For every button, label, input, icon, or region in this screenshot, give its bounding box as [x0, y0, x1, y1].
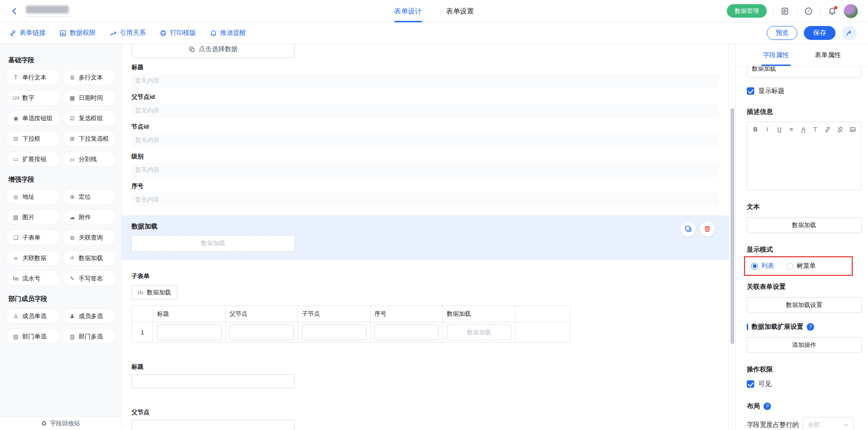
dropdown-multi-icon: ⊞	[68, 136, 77, 142]
tab-field-properties[interactable]: 字段属性	[763, 44, 789, 66]
field-item-relation-data[interactable]: ∞关联数据	[7, 251, 59, 265]
row-title-input[interactable]	[157, 325, 222, 340]
tab-form-settings[interactable]: 表单设置	[446, 0, 474, 22]
field-item-checkbox-group[interactable]: ☑复选框组	[63, 111, 116, 125]
text-value-input[interactable]: 数据加载	[747, 217, 861, 233]
back-button[interactable]	[8, 5, 20, 17]
canvas-scrollbar[interactable]	[729, 44, 735, 430]
data-manage-button[interactable]: 数据管理	[727, 4, 767, 18]
bottom-parent-node-input[interactable]	[131, 420, 295, 430]
canvas-field-node-id[interactable]: 节点id 暂无内容	[131, 123, 719, 147]
row-seq-input[interactable]	[374, 325, 439, 340]
canvas-field-level[interactable]: 级别 暂无内容	[131, 152, 719, 177]
data-permission-button[interactable]: 数据权限	[59, 29, 96, 37]
field-item-label: 附件	[79, 213, 91, 222]
row-data-load-button[interactable]: 数据加载	[447, 325, 511, 340]
font-size-icon[interactable]: T	[812, 126, 818, 133]
avatar[interactable]	[844, 4, 858, 18]
form-title[interactable]	[20, 6, 71, 17]
push-reminder-button[interactable]: 推送提醒	[210, 29, 246, 37]
accent-bar	[747, 324, 748, 330]
radio-list-option[interactable]: 列表	[751, 262, 774, 270]
field-item-image[interactable]: ▧图片	[7, 210, 59, 224]
row-child-node-input[interactable]	[302, 325, 366, 340]
canvas-field-parent-node-id[interactable]: 父节点id 暂无内容	[131, 93, 719, 117]
canvas-field-seq[interactable]: 序号 暂无内容	[131, 182, 719, 207]
form-canvas[interactable]: 点击选择数据 标题 暂无内容 父节点id 暂无内容 节点id 暂无内容 级别 暂…	[122, 44, 729, 430]
field-item-dropdown[interactable]: ⊟下拉框	[7, 131, 59, 146]
copy-field-button[interactable]	[681, 222, 696, 236]
canvas-scrollbar-thumb[interactable]	[731, 108, 734, 344]
field-item-dept-single[interactable]: ▤部门单选	[7, 329, 59, 344]
field-item-datetime[interactable]: ▦日期时间	[63, 91, 116, 105]
field-width-row: 字段宽度占整行的 全部	[747, 417, 861, 430]
field-item-extend-button[interactable]: ▭扩展按钮	[7, 152, 59, 166]
field-item-number[interactable]: 123数字	[7, 91, 59, 105]
print-template-button[interactable]: 打印模版	[160, 29, 196, 37]
show-title-label: 显示标题	[758, 87, 784, 95]
share-button[interactable]	[842, 26, 857, 40]
field-item-serial-number[interactable]: №流水号	[7, 271, 59, 286]
field-sidebar-scroll: 基础字段 T单行文本 ≣多行文本 123数字 ▦日期时间 ◉单选按钮组 ☑复选框…	[0, 44, 121, 416]
field-item-radio-group[interactable]: ◉单选按钮组	[7, 111, 59, 125]
tab-form-properties[interactable]: 表单属性	[815, 44, 841, 66]
field-item-attachment[interactable]: ☁附件	[63, 210, 116, 224]
dept-member-fields-grid: ♙成员单选 ♟成员多选 ▤部门单选 ▥部门多选	[7, 309, 116, 344]
font-color-icon[interactable]: A	[800, 126, 806, 133]
help-icon[interactable]: ?	[803, 6, 814, 17]
field-item-divider-line[interactable]: ⚏分割线	[63, 152, 116, 166]
align-icon[interactable]: ≡	[788, 126, 794, 133]
subform-data-load-button[interactable]: ılı 数据加载	[131, 285, 177, 300]
reference-relation-button[interactable]: 引用关系	[110, 29, 146, 37]
data-load-placeholder-button[interactable]: 数据加载	[131, 235, 295, 252]
notification-bell-icon[interactable]	[827, 6, 838, 17]
field-item-member-multi[interactable]: ♟成员多选	[63, 309, 116, 323]
help-circle-icon[interactable]: ?	[764, 403, 771, 410]
preview-button[interactable]: 预览	[767, 26, 797, 40]
field-item-address[interactable]: ◎地址	[7, 189, 59, 204]
data-load-settings-button[interactable]: 数据加载设置	[747, 297, 861, 313]
bottom-title-input[interactable]	[131, 374, 295, 388]
properties-panel: 字段属性 表单属性 数据加载 显示标题 描述信息 B I U ≡ A	[735, 44, 868, 430]
visible-checkbox[interactable]: 可见	[747, 380, 861, 388]
remove-link-icon[interactable]	[837, 126, 843, 133]
insert-image-icon[interactable]	[849, 126, 856, 133]
field-item-multi-line-text[interactable]: ≣多行文本	[63, 70, 116, 85]
help-circle-icon[interactable]: ?	[807, 323, 814, 331]
people-icon: ♟	[68, 313, 77, 319]
row-parent-node-input[interactable]	[229, 325, 294, 340]
field-item-relation-query[interactable]: ⧉关联查询	[63, 230, 116, 245]
field-name-input[interactable]: 数据加载	[747, 66, 861, 78]
underline-icon[interactable]: U	[777, 126, 783, 133]
selected-field-data-load[interactable]: 数据加载 数据加载	[122, 215, 729, 260]
field-item-signature[interactable]: ✎手写签名	[63, 271, 116, 286]
field-width-select[interactable]: 全部	[803, 417, 854, 430]
insert-link-icon[interactable]	[824, 126, 831, 133]
canvas-field-bottom-title[interactable]: 标题	[131, 363, 719, 388]
field-item-dept-multi[interactable]: ▥部门多选	[63, 329, 116, 344]
italic-icon[interactable]: I	[764, 126, 770, 133]
delete-field-button[interactable]	[700, 222, 715, 236]
field-item-geolocation[interactable]: ⊕定位	[63, 189, 116, 204]
tab-form-design[interactable]: 表单设计	[394, 0, 422, 22]
editor-content-area[interactable]	[747, 136, 861, 185]
show-title-checkbox[interactable]: 显示标题	[747, 87, 861, 95]
add-action-button[interactable]: 添加操作	[747, 337, 861, 353]
field-recycle-bin-button[interactable]: ♻ 字段回收站	[0, 416, 121, 430]
form-link-button[interactable]: 表单链接	[9, 29, 46, 37]
field-item-single-line-text[interactable]: T单行文本	[7, 70, 59, 85]
select-data-button[interactable]: 点击选择数据	[131, 44, 295, 58]
field-item-dropdown-multi[interactable]: ⊞下拉复选框	[63, 131, 116, 146]
canvas-field-title[interactable]: 标题 暂无内容	[131, 63, 719, 88]
save-button[interactable]: 保存	[804, 26, 835, 40]
bold-icon[interactable]: B	[752, 126, 758, 133]
field-item-data-load[interactable]: ılı数据加载	[63, 251, 116, 265]
radio-tree-menu-option[interactable]: 树菜单	[786, 262, 816, 270]
field-placeholder: 暂无内容	[131, 133, 719, 147]
field-item-label: 单选按钮组	[22, 114, 52, 123]
canvas-field-bottom-parent-node[interactable]: 父节点	[131, 408, 719, 430]
section-title-enhanced-fields: 增强字段	[8, 176, 116, 184]
field-item-member-single[interactable]: ♙成员单选	[7, 309, 59, 323]
docs-icon[interactable]	[779, 6, 790, 17]
field-item-subform[interactable]: ❏子表单	[7, 230, 59, 245]
